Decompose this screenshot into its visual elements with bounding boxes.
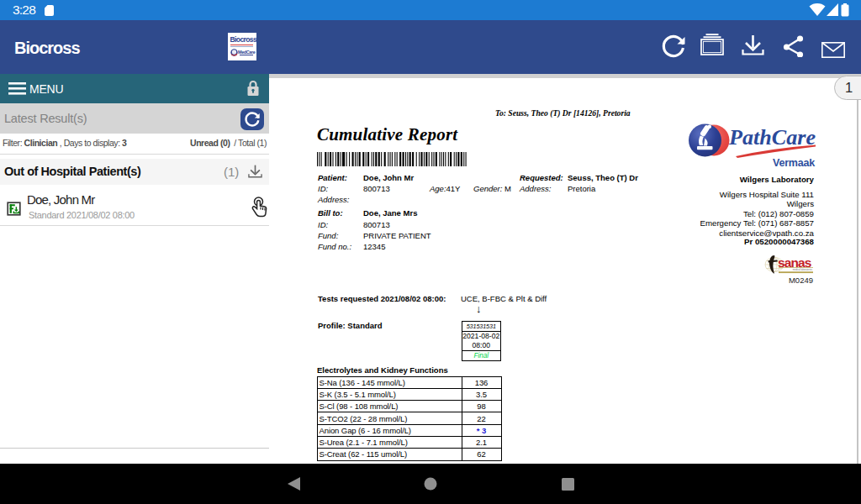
- svg-text:medical laboratories: medical laboratories: [793, 268, 813, 271]
- svg-text:sanas: sanas: [778, 255, 811, 270]
- svg-text:PathCare: PathCare: [728, 125, 816, 150]
